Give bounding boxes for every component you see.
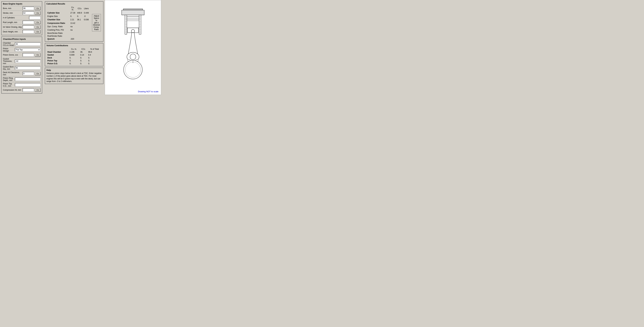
svg-rect-4 — [122, 10, 144, 15]
adjust-specs-box: Adjust Specs toget a DesiredComp. Ratio — [92, 14, 101, 31]
piston-ring-depth-input[interactable] — [15, 77, 40, 81]
gasket-ccs: 0.14 — [79, 53, 87, 56]
chamber-size-label: Chamber Size — [46, 18, 70, 21]
piston-drawing-svg — [110, 8, 156, 83]
bore-row: Bore, mm Clc — [3, 6, 40, 11]
table-row: Head Chamber 2.196 36. 99.6 — [46, 50, 102, 53]
help-section: Help Distance piston stays below block's… — [45, 68, 104, 84]
table-row: Piston O.D. 0. 0. 0. — [46, 62, 102, 65]
gasket-bore-dia-input[interactable] — [15, 66, 40, 70]
rod-length-row: Rod Length, mm Clc — [3, 20, 40, 25]
piston-dome-label: Piston Dome, ccs — [3, 54, 22, 56]
piston-dome-clc-button[interactable]: Clc — [35, 53, 40, 57]
bore-input[interactable] — [22, 6, 34, 10]
chamber-size-cu-in: 2.21 — [70, 18, 76, 21]
piston-design-label: Piston Design — [3, 47, 15, 52]
piston-top-label: Piston Top — [46, 59, 69, 62]
piston-top-od-input[interactable] — [15, 83, 40, 87]
chamber-ccs-row: Chamber CCs in Head — [3, 41, 40, 47]
piston-od-ccs: 0. — [79, 62, 87, 65]
chamber-size-ccs: 36.1 — [76, 18, 83, 21]
deck-ht-clearance-input[interactable] — [22, 72, 34, 75]
table-row: Quench .020 — [46, 37, 102, 40]
volume-contributions-title: Volume Contributions — [46, 44, 102, 47]
svg-point-47 — [125, 62, 141, 77]
cylinders-label: # of Cylinders — [3, 16, 29, 19]
gasket-label: Gasket — [46, 53, 69, 56]
deck-ht-clearance-clc-button[interactable]: Clc — [35, 72, 40, 75]
int-valve-closing-row: Int Valve Closing, deg Clc — [3, 25, 40, 29]
gasket-thickness-input[interactable] — [15, 59, 40, 63]
rod-length-clc-button[interactable]: Clc — [35, 20, 40, 24]
cylinders-input[interactable] — [29, 16, 40, 19]
piston-design-select[interactable]: Flat Top Dome Dish — [15, 48, 40, 51]
engine-size-cu-in: 0. — [70, 14, 76, 18]
svg-point-43 — [130, 54, 136, 60]
col-header-ccs: CCs — [76, 6, 83, 11]
compression-ht-input[interactable] — [22, 88, 34, 92]
stroke-clc-button[interactable]: Clc — [35, 11, 40, 15]
head-chamber-label: Head Chamber — [46, 50, 69, 53]
table-row: Cylinder Size 27.39 448.9 0.449 Adjust S… — [46, 11, 102, 14]
middle-panel: Calculated Results Cu. In. CCs Liters Cy… — [44, 0, 105, 95]
dyn-comp-ratio-value: na — [70, 25, 76, 28]
head-chamber-pct: 99.6 — [87, 50, 102, 53]
table-row: Piston Top 0. 0. 0. — [46, 59, 102, 62]
engine-size-label: Engine Size — [46, 14, 70, 18]
stroke-label: Stroke, mm — [3, 12, 22, 14]
cylinders-row: # of Cylinders — [3, 15, 40, 20]
piston-top-ccs: 0. — [79, 59, 87, 62]
compression-ht-clc-button[interactable]: Clc — [35, 88, 40, 92]
table-row: Bore/Stroke Ratio — [46, 32, 102, 35]
col-header-liters: Liters — [83, 6, 90, 11]
piston-od-label: Piston O.D. — [46, 62, 69, 65]
int-valve-closing-label: Int Valve Closing, deg — [3, 26, 22, 28]
engine-size-liters: .0 — [83, 14, 90, 18]
chamber-ccs-input[interactable] — [15, 42, 40, 46]
bore-clc-button[interactable]: Clc — [35, 6, 40, 10]
chamber-piston-title: Chamber/Piston Inputs — [3, 38, 40, 40]
cranking-pres-value: na — [70, 28, 76, 32]
piston-design-row: Piston Design Flat Top Dome Dish — [3, 47, 40, 52]
cylinder-size-label: Cylinder Size — [46, 11, 70, 14]
deck-height-label: Deck Height, mm — [3, 30, 22, 33]
col-header-cu-in: Cu. In. — [70, 6, 76, 11]
int-valve-closing-input[interactable] — [22, 25, 34, 29]
piston-od-pct: 0. — [87, 62, 102, 65]
right-panel: Drawing NOT to scale — [105, 0, 161, 95]
svg-point-41 — [131, 29, 134, 33]
piston-od-cu-in: 0. — [69, 62, 79, 65]
rod-length-input[interactable] — [22, 20, 34, 24]
gasket-thickness-row: Gasket Thickness, mm — [3, 57, 40, 65]
volume-contributions-section: Volume Contributions Cu. In. CCs % of To… — [45, 43, 104, 66]
piston-top-cu-in: 0. — [69, 59, 79, 62]
cylinder-size-liters: 0.449 — [83, 11, 90, 14]
help-title: Help — [46, 69, 102, 71]
bore-label: Bore, mm — [3, 7, 22, 9]
chamber-ccs-label: Chamber CCs in Head — [3, 42, 15, 46]
compression-ratio-label: Compression Ratio — [46, 21, 70, 25]
piston-ring-depth-row: Piston Ring Depth, mm — [3, 76, 40, 82]
int-valve-closing-clc-button[interactable]: Clc — [35, 25, 40, 29]
head-chamber-ccs: 36. — [79, 50, 87, 53]
vol-col-cu-in: Cu. In. — [69, 48, 79, 50]
rod-stroke-ratio-label: Rod/Stroke Ratio — [46, 35, 70, 37]
left-panel: Base Engine Inputs Bore, mm Clc Stroke, … — [0, 0, 44, 95]
gasket-pct: 0.4 — [87, 53, 102, 56]
vol-col-pct: % of Total — [87, 48, 102, 50]
piston-top-od-label: Piston Top O.D., mm — [3, 83, 15, 87]
deck-height-clc-button[interactable]: Clc — [35, 30, 40, 33]
cranking-pres-label: Cranking Pres, PSI — [46, 28, 70, 32]
piston-dome-input[interactable] — [22, 53, 34, 57]
quench-value: .020 — [70, 37, 76, 40]
results-table: Cu. In. CCs Liters Cylinder Size 27.39 4… — [46, 6, 102, 40]
piston-dome-row: Piston Dome, ccs Clc — [3, 52, 40, 57]
deck-height-input[interactable] — [22, 30, 34, 33]
gasket-thickness-label: Gasket Thickness, mm — [3, 58, 15, 64]
base-engine-title: Base Engine Inputs — [3, 2, 40, 5]
table-row: Gasket 0.009 0.14 0.4 — [46, 53, 102, 56]
drawing-note: Drawing NOT to scale — [137, 90, 160, 93]
vol-col-ccs: CCs — [79, 48, 87, 50]
head-chamber-cu-in: 2.196 — [69, 50, 79, 53]
stroke-input[interactable] — [22, 11, 34, 15]
